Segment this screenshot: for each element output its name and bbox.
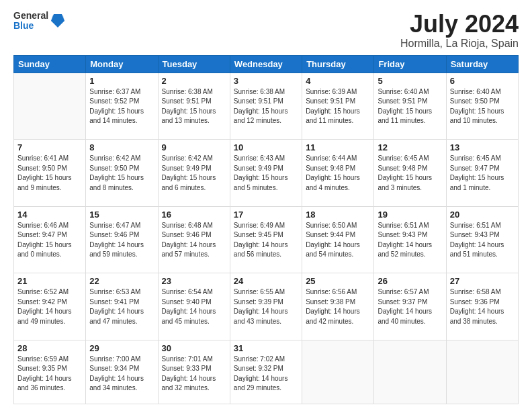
svg-marker-1 [51,15,64,26]
day-info: Sunrise: 6:48 AMSunset: 9:46 PMDaylight:… [162,221,226,260]
calendar-day-cell [446,340,518,404]
calendar-day-cell: 20Sunrise: 6:51 AMSunset: 9:43 PMDayligh… [446,206,518,273]
calendar-header-day: Saturday [446,55,518,73]
calendar-header-day: Friday [374,55,446,73]
calendar-day-cell: 8Sunrise: 6:42 AMSunset: 9:50 PMDaylight… [86,140,158,207]
day-info: Sunrise: 6:51 AMSunset: 9:43 PMDaylight:… [378,221,442,260]
day-number: 19 [378,210,442,220]
calendar-day-cell: 10Sunrise: 6:43 AMSunset: 9:49 PMDayligh… [230,140,302,207]
logo-icon [51,13,64,29]
calendar-table: SundayMondayTuesdayWednesdayThursdayFrid… [13,55,519,404]
day-number: 23 [162,276,226,286]
calendar-day-cell: 28Sunrise: 6:59 AMSunset: 9:35 PMDayligh… [14,340,86,404]
day-number: 2 [162,76,226,86]
calendar-day-cell: 11Sunrise: 6:44 AMSunset: 9:48 PMDayligh… [302,140,374,207]
day-number: 13 [450,142,515,152]
day-info: Sunrise: 6:51 AMSunset: 9:43 PMDaylight:… [450,221,515,260]
calendar-header-row: SundayMondayTuesdayWednesdayThursdayFrid… [14,55,519,73]
day-info: Sunrise: 6:38 AMSunset: 9:51 PMDaylight:… [234,87,298,126]
day-info: Sunrise: 6:42 AMSunset: 9:50 PMDaylight:… [89,154,154,193]
calendar-day-cell: 7Sunrise: 6:41 AMSunset: 9:50 PMDaylight… [14,140,86,207]
day-info: Sunrise: 7:01 AMSunset: 9:33 PMDaylight:… [162,355,226,394]
day-number: 14 [17,210,82,220]
calendar-day-cell: 21Sunrise: 6:52 AMSunset: 9:42 PMDayligh… [14,273,86,340]
day-number: 18 [306,210,370,220]
calendar-day-cell: 31Sunrise: 7:02 AMSunset: 9:32 PMDayligh… [230,340,302,404]
day-info: Sunrise: 6:55 AMSunset: 9:39 PMDaylight:… [234,287,298,326]
day-number: 20 [450,210,515,220]
day-number: 3 [234,76,298,86]
calendar-day-cell: 23Sunrise: 6:54 AMSunset: 9:40 PMDayligh… [158,273,230,340]
logo-text: General Blue [13,11,48,32]
logo-line1: General [13,11,48,21]
day-info: Sunrise: 6:42 AMSunset: 9:49 PMDaylight:… [162,154,226,193]
day-info: Sunrise: 6:53 AMSunset: 9:41 PMDaylight:… [89,287,154,326]
calendar-day-cell [374,340,446,404]
page-subtitle: Hormilla, La Rioja, Spain [400,38,519,50]
day-number: 25 [306,276,370,286]
calendar-day-cell [14,73,86,140]
calendar-day-cell: 1Sunrise: 6:37 AMSunset: 9:52 PMDaylight… [86,73,158,140]
calendar-day-cell: 26Sunrise: 6:57 AMSunset: 9:37 PMDayligh… [374,273,446,340]
day-info: Sunrise: 6:47 AMSunset: 9:46 PMDaylight:… [89,221,154,260]
day-info: Sunrise: 6:58 AMSunset: 9:36 PMDaylight:… [450,287,515,326]
day-number: 12 [378,142,442,152]
day-number: 7 [17,142,82,152]
calendar-day-cell: 3Sunrise: 6:38 AMSunset: 9:51 PMDaylight… [230,73,302,140]
calendar-day-cell: 2Sunrise: 6:38 AMSunset: 9:51 PMDaylight… [158,73,230,140]
page-title: July 2024 [400,11,519,38]
day-number: 21 [17,276,82,286]
calendar-week-row: 7Sunrise: 6:41 AMSunset: 9:50 PMDaylight… [14,140,519,207]
day-info: Sunrise: 6:37 AMSunset: 9:52 PMDaylight:… [89,87,154,126]
day-info: Sunrise: 6:39 AMSunset: 9:51 PMDaylight:… [306,87,370,126]
day-info: Sunrise: 6:49 AMSunset: 9:45 PMDaylight:… [234,221,298,260]
calendar-week-row: 28Sunrise: 6:59 AMSunset: 9:35 PMDayligh… [14,340,519,404]
day-number: 26 [378,276,442,286]
day-number: 4 [306,76,370,86]
day-info: Sunrise: 6:45 AMSunset: 9:47 PMDaylight:… [450,154,515,193]
logo-line2: Blue [13,21,48,31]
day-info: Sunrise: 6:46 AMSunset: 9:47 PMDaylight:… [17,221,82,260]
calendar-day-cell: 30Sunrise: 7:01 AMSunset: 9:33 PMDayligh… [158,340,230,404]
page: General Blue July 2024 Hormilla, La Rioj… [0,0,532,411]
calendar-week-row: 1Sunrise: 6:37 AMSunset: 9:52 PMDaylight… [14,73,519,140]
day-info: Sunrise: 6:45 AMSunset: 9:48 PMDaylight:… [378,154,442,193]
day-number: 6 [450,76,515,86]
day-info: Sunrise: 6:56 AMSunset: 9:38 PMDaylight:… [306,287,370,326]
calendar-day-cell: 24Sunrise: 6:55 AMSunset: 9:39 PMDayligh… [230,273,302,340]
calendar-day-cell: 4Sunrise: 6:39 AMSunset: 9:51 PMDaylight… [302,73,374,140]
day-number: 29 [89,343,154,353]
day-info: Sunrise: 6:59 AMSunset: 9:35 PMDaylight:… [17,355,82,394]
calendar-header-day: Tuesday [158,55,230,73]
day-info: Sunrise: 7:02 AMSunset: 9:32 PMDaylight:… [234,355,298,394]
calendar-day-cell: 18Sunrise: 6:50 AMSunset: 9:44 PMDayligh… [302,206,374,273]
day-number: 17 [234,210,298,220]
day-number: 27 [450,276,515,286]
logo: General Blue [13,11,64,32]
day-info: Sunrise: 6:50 AMSunset: 9:44 PMDaylight:… [306,221,370,260]
day-info: Sunrise: 6:52 AMSunset: 9:42 PMDaylight:… [17,287,82,326]
calendar-day-cell: 22Sunrise: 6:53 AMSunset: 9:41 PMDayligh… [86,273,158,340]
calendar-day-cell: 12Sunrise: 6:45 AMSunset: 9:48 PMDayligh… [374,140,446,207]
day-info: Sunrise: 6:57 AMSunset: 9:37 PMDaylight:… [378,287,442,326]
calendar-week-row: 14Sunrise: 6:46 AMSunset: 9:47 PMDayligh… [14,206,519,273]
calendar-day-cell: 6Sunrise: 6:40 AMSunset: 9:50 PMDaylight… [446,73,518,140]
calendar-day-cell: 15Sunrise: 6:47 AMSunset: 9:46 PMDayligh… [86,206,158,273]
calendar-day-cell: 29Sunrise: 7:00 AMSunset: 9:34 PMDayligh… [86,340,158,404]
day-number: 5 [378,76,442,86]
day-number: 22 [89,276,154,286]
day-info: Sunrise: 6:41 AMSunset: 9:50 PMDaylight:… [17,154,82,193]
day-number: 9 [162,142,226,152]
calendar-day-cell: 9Sunrise: 6:42 AMSunset: 9:49 PMDaylight… [158,140,230,207]
day-number: 1 [89,76,154,86]
day-number: 30 [162,343,226,353]
calendar-day-cell: 16Sunrise: 6:48 AMSunset: 9:46 PMDayligh… [158,206,230,273]
calendar-week-row: 21Sunrise: 6:52 AMSunset: 9:42 PMDayligh… [14,273,519,340]
header: General Blue July 2024 Hormilla, La Rioj… [13,11,519,50]
calendar-day-cell: 25Sunrise: 6:56 AMSunset: 9:38 PMDayligh… [302,273,374,340]
day-number: 15 [89,210,154,220]
day-info: Sunrise: 6:54 AMSunset: 9:40 PMDaylight:… [162,287,226,326]
day-number: 11 [306,142,370,152]
day-info: Sunrise: 6:38 AMSunset: 9:51 PMDaylight:… [162,87,226,126]
calendar-day-cell: 14Sunrise: 6:46 AMSunset: 9:47 PMDayligh… [14,206,86,273]
